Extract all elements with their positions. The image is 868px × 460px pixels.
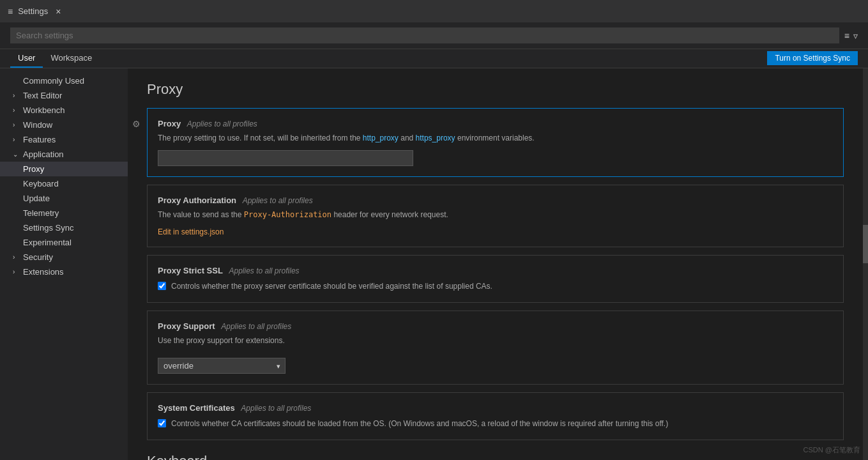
setting-name-proxy-support: Proxy Support xyxy=(158,321,215,331)
sidebar-label-telemetry: Telemetry xyxy=(23,208,59,218)
setting-badge-proxy-strict-ssl: Applies to all profiles xyxy=(229,266,300,275)
proxy-strict-ssl-label: Controls whether the proxy server certif… xyxy=(171,280,492,292)
setting-name-proxy: Proxy xyxy=(158,119,181,128)
setting-name-system-certs: System Certificates xyxy=(158,403,235,413)
sidebar-label-proxy: Proxy xyxy=(23,164,44,174)
sidebar-label-keyboard: Keyboard xyxy=(23,179,59,188)
title-bar-title: Settings xyxy=(18,6,48,16)
sidebar-label-update: Update xyxy=(23,194,50,203)
sidebar-item-telemetry[interactable]: Telemetry xyxy=(0,206,128,220)
scrollbar-thumb[interactable] xyxy=(863,225,868,263)
setting-header-proxy: Proxy Applies to all profiles xyxy=(158,119,833,128)
chevron-icon: › xyxy=(13,121,20,128)
setting-badge-system-certs: Applies to all profiles xyxy=(241,404,311,413)
sidebar-item-features[interactable]: › Features xyxy=(0,132,128,147)
system-certs-label: Controls whether CA certificates should … xyxy=(171,418,668,429)
search-bar: ≡ ▿ xyxy=(0,22,868,49)
settings-filter-icon[interactable]: ▿ xyxy=(853,31,858,41)
settings-menu-icon: ≡ xyxy=(8,6,13,17)
proxy-support-select[interactable]: override off on fallback xyxy=(158,358,286,374)
sidebar-item-commonly-used[interactable]: Commonly Used xyxy=(0,73,128,88)
sidebar-label-security: Security xyxy=(23,252,53,262)
setting-desc-proxy: The proxy setting to use. If not set, wi… xyxy=(158,132,833,144)
chevron-icon: › xyxy=(13,107,20,114)
scrollbar[interactable] xyxy=(863,68,868,460)
setting-badge-proxy-support: Applies to all profiles xyxy=(221,322,291,331)
title-bar: ≡ Settings × xyxy=(0,0,868,22)
sidebar-label-settings-sync: Settings Sync xyxy=(23,223,74,233)
setting-header-proxy-strict-ssl: Proxy Strict SSL Applies to all profiles xyxy=(158,266,833,275)
sidebar-label-extensions: Extensions xyxy=(23,267,64,277)
setting-name-proxy-strict-ssl: Proxy Strict SSL xyxy=(158,266,223,275)
chevron-icon: › xyxy=(13,136,20,143)
keyboard-title: Keyboard xyxy=(147,453,844,460)
sidebar: Commonly Used › Text Editor › Workbench … xyxy=(0,68,128,460)
chevron-icon: › xyxy=(13,254,20,261)
sidebar-label-experimental: Experimental xyxy=(23,238,72,247)
setting-block-proxy-auth: Proxy Authorization Applies to all profi… xyxy=(147,185,844,247)
sidebar-item-workbench[interactable]: › Workbench xyxy=(0,103,128,118)
sidebar-label-application: Application xyxy=(23,150,64,159)
checkbox-row-proxy-strict-ssl: Controls whether the proxy server certif… xyxy=(158,280,833,292)
page-title: Proxy xyxy=(147,81,844,98)
select-wrapper-proxy-support: override off on fallback ▾ xyxy=(158,358,286,374)
setting-header-system-certs: System Certificates Applies to all profi… xyxy=(158,403,833,413)
sidebar-item-text-editor[interactable]: › Text Editor xyxy=(0,88,128,103)
setting-badge-proxy: Applies to all profiles xyxy=(187,119,257,128)
sidebar-label-commonly-used: Commonly Used xyxy=(23,76,84,86)
system-certs-checkbox[interactable] xyxy=(158,419,166,427)
link-http-proxy[interactable]: http_proxy xyxy=(363,134,399,142)
setting-block-proxy: ⚙ Proxy Applies to all profiles The prox… xyxy=(147,108,844,177)
search-input[interactable] xyxy=(10,27,839,43)
setting-badge-proxy-auth: Applies to all profiles xyxy=(243,196,313,205)
content-area: Commonly Used › Text Editor › Workbench … xyxy=(0,68,868,460)
tab-workspace[interactable]: Workspace xyxy=(43,49,100,68)
setting-desc-proxy-auth: The value to send as the Proxy-Authoriza… xyxy=(158,209,833,220)
setting-header-proxy-support: Proxy Support Applies to all profiles xyxy=(158,321,833,331)
chevron-icon: › xyxy=(13,268,20,275)
chevron-icon: › xyxy=(13,92,20,99)
proxy-value-input[interactable] xyxy=(158,150,413,166)
setting-block-system-certs: System Certificates Applies to all profi… xyxy=(147,392,844,440)
proxy-strict-ssl-checkbox[interactable] xyxy=(158,282,166,290)
chevron-down-icon: ⌄ xyxy=(13,151,20,158)
setting-block-proxy-support: Proxy Support Applies to all profiles Us… xyxy=(147,310,844,385)
setting-block-proxy-strict-ssl: Proxy Strict SSL Applies to all profiles… xyxy=(147,255,844,303)
sidebar-item-security[interactable]: › Security xyxy=(0,250,128,264)
setting-header-proxy-auth: Proxy Authorization Applies to all profi… xyxy=(158,195,833,205)
watermark: CSDN @石笔教育 xyxy=(803,445,860,455)
sidebar-item-application[interactable]: ⌄ Application xyxy=(0,147,128,162)
tabs-bar: User Workspace Turn on Settings Sync xyxy=(0,49,868,68)
sync-button[interactable]: Turn on Settings Sync xyxy=(767,51,858,65)
sidebar-item-update[interactable]: Update xyxy=(0,191,128,206)
sidebar-item-settings-sync[interactable]: Settings Sync xyxy=(0,220,128,235)
settings-content: Proxy ⚙ Proxy Applies to all profiles Th… xyxy=(128,68,863,460)
filter-icon[interactable]: ≡ xyxy=(844,31,849,41)
main-container: ≡ ▿ User Workspace Turn on Settings Sync… xyxy=(0,22,868,460)
setting-name-proxy-auth: Proxy Authorization xyxy=(158,195,236,205)
tab-user[interactable]: User xyxy=(10,49,43,68)
sidebar-label-window: Window xyxy=(23,120,52,130)
search-icons: ≡ ▿ xyxy=(844,31,858,41)
tabs-left: User Workspace xyxy=(10,49,100,68)
checkbox-row-system-certs: Controls whether CA certificates should … xyxy=(158,418,833,429)
sidebar-label-features: Features xyxy=(23,135,56,144)
sidebar-item-keyboard[interactable]: Keyboard xyxy=(0,176,128,191)
setting-desc-proxy-support: Use the proxy support for extensions. xyxy=(158,335,833,346)
link-https-proxy[interactable]: https_proxy xyxy=(416,134,455,142)
sidebar-item-experimental[interactable]: Experimental xyxy=(0,235,128,250)
sidebar-item-proxy[interactable]: Proxy xyxy=(0,162,128,176)
gear-icon[interactable]: ⚙ xyxy=(132,119,141,129)
edit-settings-json-link[interactable]: Edit in settings.json xyxy=(158,227,224,236)
sidebar-label-text-editor: Text Editor xyxy=(23,91,62,100)
sidebar-item-extensions[interactable]: › Extensions xyxy=(0,264,128,279)
close-icon[interactable]: × xyxy=(56,6,61,17)
sidebar-label-workbench: Workbench xyxy=(23,105,65,115)
sidebar-item-window[interactable]: › Window xyxy=(0,118,128,132)
